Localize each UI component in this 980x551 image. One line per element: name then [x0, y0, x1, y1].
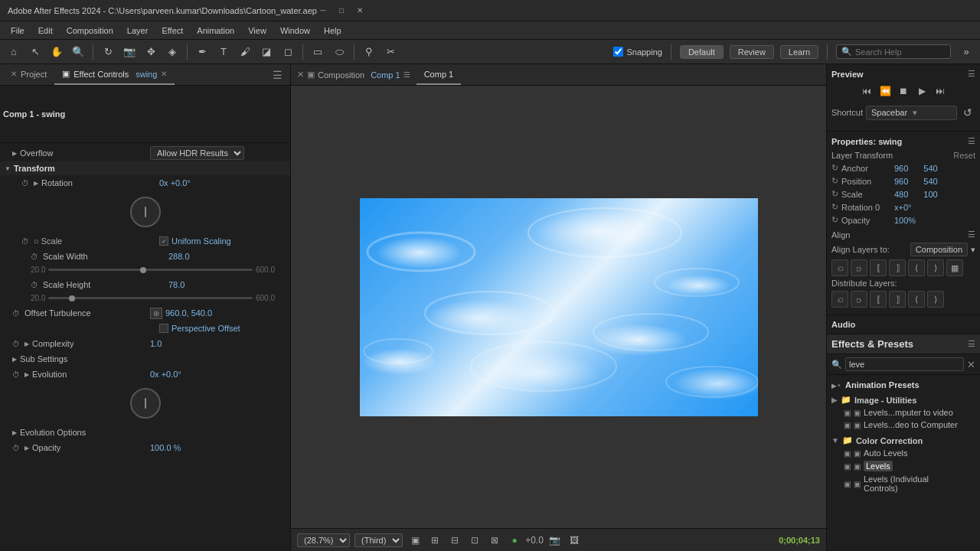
properties-menu-icon[interactable]: ☰ [968, 136, 975, 146]
align-center-h-btn[interactable]: ⟥ [851, 259, 867, 276]
menu-help[interactable]: Help [318, 24, 348, 37]
transform-triangle[interactable]: ▼ [5, 165, 11, 172]
tool-home[interactable]: ⌂ [5, 43, 23, 61]
levels-video-item[interactable]: ▣ ▣ Levels...deo to Computer [831, 419, 975, 431]
align-bottom-btn[interactable]: ⟩ [927, 259, 944, 276]
minimize-button[interactable]: ─ [317, 5, 329, 17]
workspace-review[interactable]: Review [730, 45, 774, 59]
scale-width-track[interactable] [48, 269, 253, 271]
evolution-dial[interactable] [130, 388, 161, 419]
transparency-btn[interactable]: ⊞ [427, 533, 443, 548]
scale-width-stopwatch[interactable]: ⏱ [31, 253, 40, 261]
left-panel-menu[interactable]: ☰ [268, 64, 287, 85]
scale-width-thumb[interactable] [140, 267, 146, 273]
levels-computer-item[interactable]: ▣ ▣ Levels...mputer to video [831, 406, 975, 419]
dist-left-btn[interactable]: ⟤ [831, 291, 848, 308]
anim-presets-triangle[interactable]: ▶ * [831, 383, 840, 390]
levels-item[interactable]: ▣ ▣ Levels [831, 459, 975, 473]
rotation-value[interactable]: 0x +0.0° [159, 178, 287, 187]
offset-turbulence-value[interactable]: ⊕ 960.0, 540.0 [150, 308, 287, 319]
color-correction-header[interactable]: ▼ 📁 Color Correction [831, 434, 975, 447]
preview-skip-fwd[interactable]: ⏭ [933, 83, 948, 99]
image-utilities-expand[interactable]: ▶ [831, 396, 838, 404]
evolution-stopwatch[interactable]: ⏱ [12, 370, 21, 379]
scale-height-stopwatch[interactable]: ⏱ [31, 281, 40, 289]
scale-y[interactable]: 100 [923, 190, 937, 199]
project-close-icon[interactable]: ✕ [11, 70, 17, 78]
tool-select[interactable]: ↖ [26, 43, 44, 61]
tool-pen[interactable]: ✒ [193, 43, 211, 61]
align-center-v-btn[interactable]: ⟨ [908, 259, 925, 276]
exposure-btn[interactable]: +0.0 [527, 533, 542, 548]
tool-puppet[interactable]: ⚲ [360, 43, 378, 61]
roi-btn[interactable]: ⊡ [467, 533, 482, 548]
align-chart-btn[interactable]: ▦ [946, 259, 963, 276]
auto-levels-item[interactable]: ▣ ▣ Auto Levels [831, 447, 975, 459]
preview-stop[interactable]: ⏹ [896, 83, 911, 99]
opacity-cycle-icon[interactable]: ↻ [831, 215, 838, 225]
tool-eraser[interactable]: ◻ [279, 43, 297, 61]
shortcut-reset-btn[interactable]: ↺ [960, 105, 975, 120]
effects-menu-icon[interactable]: ☰ [968, 339, 975, 349]
preview-play[interactable]: ▶ [914, 83, 929, 99]
scale-height-value[interactable]: 78.0 [168, 280, 287, 289]
align-menu-icon[interactable]: ☰ [968, 230, 975, 240]
anchor-x[interactable]: 960 [894, 164, 908, 173]
maximize-button[interactable]: □ [335, 5, 348, 17]
dist-right-btn[interactable]: ⟦ [870, 291, 887, 308]
position-y[interactable]: 540 [923, 177, 937, 186]
tool-hand[interactable]: ✋ [47, 43, 66, 61]
align-top-btn[interactable]: ⟧ [889, 259, 906, 276]
align-right-btn[interactable]: ⟦ [870, 259, 887, 276]
position-x[interactable]: 960 [894, 177, 908, 186]
preview-skip-back[interactable]: ⏮ [859, 83, 874, 99]
evo-options-expand[interactable]: ▶ [12, 429, 17, 436]
scale-height-track[interactable] [48, 297, 253, 299]
anchor-y[interactable]: 540 [923, 164, 937, 173]
ot-stopwatch[interactable]: ⏱ [12, 309, 21, 318]
tool-brush[interactable]: 🖌 [236, 43, 254, 61]
workspace-default[interactable]: Default [680, 45, 724, 59]
dist-top-btn[interactable]: ⟧ [889, 291, 906, 308]
menu-layer[interactable]: Layer [121, 24, 155, 37]
complexity-expand[interactable]: ▶ [24, 341, 29, 347]
image-utilities-header[interactable]: ▶ 📁 Image - Utilities [831, 393, 975, 406]
preview-menu-icon[interactable]: ☰ [968, 69, 975, 79]
menu-window[interactable]: Window [274, 24, 316, 37]
rotation-stopwatch[interactable]: ⏱ [21, 179, 31, 187]
dist-bottom-btn[interactable]: ⟩ [927, 291, 944, 308]
evolution-expand[interactable]: ▶ [24, 371, 29, 378]
props-opacity-val[interactable]: 100% [894, 216, 916, 225]
complexity-value[interactable]: 1.0 [150, 339, 287, 348]
evolution-value[interactable]: 0x +0.0° [150, 370, 287, 379]
props-rotation-val[interactable]: x+0° [894, 203, 911, 212]
scale-x[interactable]: 480 [894, 190, 908, 199]
tool-shape-rect[interactable]: ▭ [309, 43, 327, 61]
preview-step-back[interactable]: ⏪ [877, 83, 893, 99]
scale-width-value[interactable]: 288.0 [168, 252, 287, 261]
color-sample-btn[interactable]: ● [507, 533, 522, 548]
rotation-cycle-icon[interactable]: ↻ [831, 202, 838, 212]
menu-animation[interactable]: Animation [191, 24, 240, 37]
complexity-stopwatch[interactable]: ⏱ [12, 340, 21, 348]
tool-3d[interactable]: ◈ [163, 43, 181, 61]
search-input[interactable] [855, 47, 939, 57]
uniform-scaling-checkbox[interactable]: ✓ [159, 236, 168, 246]
menu-composition[interactable]: Composition [60, 24, 119, 37]
opacity-value[interactable]: 100.0 % [150, 443, 287, 452]
overflow-select[interactable]: Allow HDR Results [150, 146, 244, 160]
transform-header[interactable]: ▼ Transform [0, 161, 290, 175]
tool-shape-ellipse[interactable]: ⬭ [330, 43, 348, 61]
color-correction-expand[interactable]: ▼ [831, 436, 839, 445]
tab-project[interactable]: ✕ Project [3, 64, 54, 85]
zoom-select[interactable]: (28.7%) [297, 533, 350, 547]
guides-btn[interactable]: ⊠ [487, 533, 502, 548]
levels-individual-item[interactable]: ▣ ▣ Levels (Individual Controls) [831, 473, 975, 494]
effects-search-clear[interactable]: ✕ [967, 359, 975, 370]
coord-icon[interactable]: ⊕ [150, 308, 162, 319]
scale-height-slider[interactable]: 20.0 600.0 [31, 294, 275, 302]
perspective-offset-checkbox[interactable] [159, 324, 168, 333]
view-mode-select[interactable]: (Third) [354, 533, 403, 547]
scale-cycle-icon[interactable]: ↻ [831, 189, 838, 199]
opacity-expand[interactable]: ▶ [24, 445, 29, 452]
